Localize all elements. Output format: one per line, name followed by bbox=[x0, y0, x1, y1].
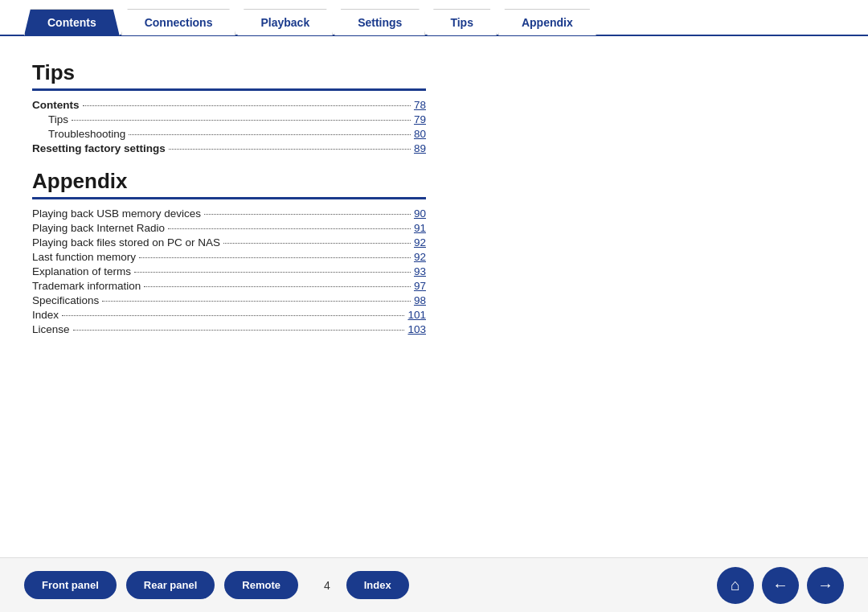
toc-item-troubleshooting: Troubleshooting 80 bbox=[32, 128, 426, 140]
toc-label-contents: Contents bbox=[32, 99, 80, 111]
back-button[interactable]: ← bbox=[762, 567, 799, 604]
remote-button[interactable]: Remote bbox=[224, 571, 298, 599]
toc-page-troubleshooting[interactable]: 80 bbox=[414, 128, 426, 140]
toc-page-specifications[interactable]: 98 bbox=[414, 294, 426, 306]
toc-item-contents: Contents 78 bbox=[32, 99, 426, 111]
appendix-divider bbox=[32, 197, 426, 199]
toc-item-index: Index 101 bbox=[32, 309, 426, 321]
toc-item-license: License 103 bbox=[32, 323, 426, 335]
appendix-toc-list: Playing back USB memory devices 90 Playi… bbox=[32, 207, 426, 335]
toc-label-trademark: Trademark information bbox=[32, 280, 141, 292]
tab-appendix[interactable]: Appendix bbox=[498, 9, 596, 35]
toc-label-internet-radio: Playing back Internet Radio bbox=[32, 222, 165, 234]
forward-button[interactable]: → bbox=[807, 567, 844, 604]
toc-dots bbox=[129, 134, 411, 135]
toc-item-usb: Playing back USB memory devices 90 bbox=[32, 207, 426, 220]
tips-section-title: Tips bbox=[32, 60, 836, 85]
toc-page-index[interactable]: 101 bbox=[407, 309, 426, 321]
toc-page-usb[interactable]: 90 bbox=[414, 207, 426, 220]
appendix-section-title: Appendix bbox=[32, 169, 836, 194]
tab-settings[interactable]: Settings bbox=[334, 9, 425, 35]
toc-label-license: License bbox=[32, 323, 70, 335]
toc-page-trademark[interactable]: 97 bbox=[414, 280, 426, 292]
toc-label-resetting: Resetting factory settings bbox=[32, 142, 166, 154]
toc-page-license[interactable]: 103 bbox=[407, 323, 426, 335]
toc-label-index: Index bbox=[32, 309, 59, 321]
bottom-right-controls: ⌂ ← → bbox=[717, 567, 844, 604]
toc-item-tips: Tips 79 bbox=[32, 113, 426, 125]
toc-page-tips[interactable]: 79 bbox=[414, 113, 426, 125]
home-icon: ⌂ bbox=[731, 576, 740, 594]
home-button[interactable]: ⌂ bbox=[717, 567, 754, 604]
toc-label-troubleshooting: Troubleshooting bbox=[48, 128, 125, 140]
toc-page-internet-radio[interactable]: 91 bbox=[414, 222, 426, 234]
toc-item-specifications: Specifications 98 bbox=[32, 294, 426, 306]
back-arrow-icon: ← bbox=[772, 576, 788, 594]
top-navigation: Contents Connections Playback Settings T… bbox=[0, 0, 868, 36]
rear-panel-button[interactable]: Rear panel bbox=[126, 571, 215, 599]
toc-label-specifications: Specifications bbox=[32, 294, 99, 306]
toc-label-usb: Playing back USB memory devices bbox=[32, 207, 201, 220]
main-content: Tips Contents 78 Tips 79 Troubleshooting… bbox=[0, 36, 868, 354]
toc-label-last-function: Last function memory bbox=[32, 251, 136, 263]
forward-arrow-icon: → bbox=[817, 576, 833, 594]
tab-playback[interactable]: Playback bbox=[237, 9, 333, 35]
toc-page-last-function[interactable]: 92 bbox=[414, 251, 426, 263]
toc-dots bbox=[72, 120, 411, 121]
toc-label-tips: Tips bbox=[48, 113, 68, 125]
toc-item-trademark: Trademark information 97 bbox=[32, 280, 426, 292]
toc-label-explanation: Explanation of terms bbox=[32, 265, 131, 277]
tab-connections[interactable]: Connections bbox=[121, 9, 236, 35]
tips-divider bbox=[32, 88, 426, 91]
bottom-bar: Front panel Rear panel Remote 4 Index ⌂ … bbox=[0, 557, 868, 612]
tab-tips[interactable]: Tips bbox=[427, 9, 497, 35]
toc-item-explanation: Explanation of terms 93 bbox=[32, 265, 426, 277]
tips-toc-list: Contents 78 Tips 79 Troubleshooting 80 R… bbox=[32, 99, 426, 154]
toc-page-resetting[interactable]: 89 bbox=[414, 142, 426, 154]
front-panel-button[interactable]: Front panel bbox=[24, 571, 117, 599]
toc-item-last-function: Last function memory 92 bbox=[32, 251, 426, 263]
toc-label-pc-nas: Playing back files stored on PC or NAS bbox=[32, 236, 220, 248]
toc-page-pc-nas[interactable]: 92 bbox=[414, 236, 426, 248]
toc-item-internet-radio: Playing back Internet Radio 91 bbox=[32, 222, 426, 234]
page-number: 4 bbox=[324, 579, 330, 592]
toc-page-explanation[interactable]: 93 bbox=[414, 265, 426, 277]
toc-dots bbox=[83, 105, 411, 106]
index-button[interactable]: Index bbox=[346, 571, 409, 599]
toc-page-contents[interactable]: 78 bbox=[414, 99, 426, 111]
toc-item-resetting: Resetting factory settings 89 bbox=[32, 142, 426, 154]
toc-dots bbox=[169, 149, 411, 150]
tab-contents[interactable]: Contents bbox=[24, 9, 120, 35]
toc-item-pc-nas: Playing back files stored on PC or NAS 9… bbox=[32, 236, 426, 248]
